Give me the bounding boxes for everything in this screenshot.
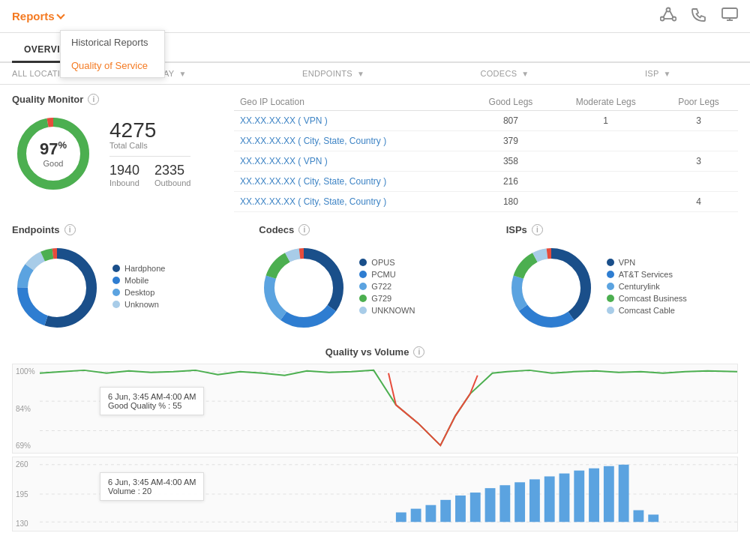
geo-ip-section: Geo IP Location Good Legs Moderate Legs … bbox=[234, 94, 738, 212]
legend-label: VPN bbox=[619, 258, 636, 267]
filter-endpoints-label: ENDPOINTS bbox=[302, 69, 352, 78]
legend-dot bbox=[112, 265, 120, 272]
quality-percentage: 97% bbox=[40, 139, 67, 159]
middle-section: Endpoints i Hardphone bbox=[12, 224, 738, 333]
isps-donut bbox=[506, 243, 596, 333]
phone-icon[interactable] bbox=[692, 7, 706, 25]
endpoints-legend: Hardphone Mobile Desktop Unknown bbox=[112, 264, 165, 312]
legend-item: Centurylink bbox=[607, 282, 687, 291]
inbound-stat: 1940 Inbound bbox=[110, 163, 140, 187]
geo-table: Geo IP Location Good Legs Moderate Legs … bbox=[234, 94, 738, 212]
filter-isp-label: ISP bbox=[645, 69, 659, 78]
quality-chart: 100% 84% 69% 6 Jun, 3:45 AM-4:00 AM bbox=[12, 364, 738, 454]
moderate-legs-cell bbox=[552, 131, 659, 151]
poor-legs-cell: 4 bbox=[659, 192, 738, 212]
filter-codecs-label: CODECS bbox=[480, 69, 517, 78]
svg-line-4 bbox=[670, 11, 674, 18]
legend-label: Centurylink bbox=[619, 282, 660, 291]
good-legs-cell: 807 bbox=[470, 111, 553, 131]
legend-label: PCMU bbox=[371, 270, 395, 279]
chevron-isp-icon: ▼ bbox=[664, 70, 671, 78]
table-row: XX.XX.XX.XX ( VPN ) 807 1 3 bbox=[234, 111, 738, 131]
header-icons bbox=[660, 7, 738, 25]
legend-label: Desktop bbox=[124, 288, 154, 297]
moderate-legs-cell bbox=[552, 172, 659, 192]
moderate-legs-cell bbox=[552, 192, 659, 212]
network-icon[interactable] bbox=[660, 7, 676, 25]
svg-rect-51 bbox=[574, 471, 584, 523]
quality-monitor-info-icon[interactable]: i bbox=[88, 94, 99, 105]
reports-dropdown: Historical Reports Quality of Service bbox=[60, 30, 165, 78]
legend-item: G729 bbox=[359, 294, 415, 303]
geo-location-link[interactable]: XX.XX.XX.XX ( City, State, Country ) bbox=[240, 176, 386, 187]
svg-rect-54 bbox=[619, 465, 629, 522]
codecs-panel: Codecs i OPUS bbox=[259, 224, 490, 333]
legend-item: Mobile bbox=[112, 276, 165, 285]
codecs-info-icon[interactable]: i bbox=[298, 224, 310, 235]
filter-codecs[interactable]: CODECS ▼ bbox=[480, 69, 547, 78]
legend-item: Desktop bbox=[112, 288, 165, 297]
legend-item: Unknown bbox=[112, 300, 165, 309]
legend-dot bbox=[112, 289, 120, 296]
qm-content: 97% Good 4275 Total Calls 1940 Inbound bbox=[12, 112, 222, 195]
legend-dot bbox=[607, 271, 614, 278]
monitor-icon[interactable] bbox=[722, 7, 738, 25]
quality-chart-inner: 6 Jun, 3:45 AM-4:00 AM Good Quality % : … bbox=[40, 364, 737, 453]
historical-reports-item[interactable]: Historical Reports bbox=[61, 31, 164, 54]
geo-location-link[interactable]: XX.XX.XX.XX ( City, State, Country ) bbox=[240, 136, 386, 146]
endpoints-donut-wrap: Hardphone Mobile Desktop Unknown bbox=[12, 243, 244, 333]
qm-stats: 4275 Total Calls 1940 Inbound 2335 Outbo… bbox=[110, 120, 190, 187]
chevron-endpoints-icon: ▼ bbox=[357, 70, 364, 78]
good-legs-cell: 379 bbox=[470, 131, 553, 151]
legend-item: PCMU bbox=[359, 270, 415, 279]
isps-legend: VPN AT&T Services Centurylink Comcast Bu… bbox=[607, 258, 687, 318]
legend-item: UNKNOWN bbox=[359, 306, 415, 315]
svg-rect-50 bbox=[560, 474, 570, 523]
volume-tooltip: 6 Jun, 3:45 AM-4:00 AM Volume : 20 bbox=[100, 472, 204, 501]
svg-rect-41 bbox=[425, 505, 436, 523]
endpoints-info-icon[interactable]: i bbox=[64, 224, 76, 235]
legend-item: Comcast Business bbox=[607, 294, 687, 303]
qv-info-icon[interactable]: i bbox=[413, 346, 424, 358]
table-row: XX.XX.XX.XX ( City, State, Country ) 216 bbox=[234, 172, 738, 192]
volume-y-axis: 260 195 130 bbox=[13, 457, 40, 531]
col-poor-legs: Poor Legs bbox=[659, 94, 738, 111]
quality-of-service-item[interactable]: Quality of Service bbox=[61, 54, 164, 77]
geo-location-link[interactable]: XX.XX.XX.XX ( VPN ) bbox=[240, 156, 328, 166]
geo-location-link[interactable]: XX.XX.XX.XX ( VPN ) bbox=[240, 115, 328, 126]
svg-rect-46 bbox=[500, 485, 510, 522]
isps-info-icon[interactable]: i bbox=[532, 224, 543, 235]
reports-label: Reports bbox=[12, 10, 55, 22]
col-moderate-legs: Moderate Legs bbox=[552, 94, 659, 111]
quality-y-axis: 100% 84% 69% bbox=[13, 364, 40, 453]
legend-label: Comcast Cable bbox=[619, 306, 675, 315]
outbound-stat: 2335 Outbound bbox=[154, 163, 190, 187]
total-calls-label: Total Calls bbox=[110, 141, 190, 150]
qv-title: Quality vs Volume i bbox=[12, 346, 738, 358]
poor-legs-cell: 3 bbox=[659, 151, 738, 172]
donut-center: 97% Good bbox=[40, 139, 67, 168]
divider bbox=[110, 156, 190, 157]
col-geo-location: Geo IP Location bbox=[234, 94, 470, 111]
moderate-legs-cell: 1 bbox=[552, 111, 659, 131]
svg-rect-48 bbox=[530, 479, 540, 522]
geo-location-link[interactable]: XX.XX.XX.XX ( City, State, Country ) bbox=[240, 196, 386, 207]
legend-item: Hardphone bbox=[112, 264, 165, 273]
endpoints-donut bbox=[12, 243, 102, 333]
svg-rect-56 bbox=[648, 514, 658, 522]
quality-vs-volume-section: Quality vs Volume i 100% 84% 69% bbox=[12, 346, 738, 535]
codecs-donut-wrap: OPUS PCMU G722 G729 UNKNOWN bbox=[259, 243, 490, 333]
svg-rect-53 bbox=[604, 466, 614, 522]
good-legs-cell: 180 bbox=[470, 192, 553, 212]
inbound-outbound: 1940 Inbound 2335 Outbound bbox=[110, 163, 190, 187]
filter-isp[interactable]: ISP ▼ bbox=[645, 69, 689, 78]
svg-rect-42 bbox=[440, 500, 451, 522]
legend-label: Hardphone bbox=[124, 264, 165, 273]
reports-button[interactable]: Reports bbox=[12, 10, 64, 22]
legend-label: G722 bbox=[371, 282, 392, 291]
legend-dot bbox=[359, 259, 367, 266]
svg-point-1 bbox=[661, 17, 664, 21]
quality-donut: 97% Good bbox=[12, 112, 94, 195]
moderate-legs-cell bbox=[552, 151, 659, 172]
filter-endpoints[interactable]: ENDPOINTS ▼ bbox=[302, 69, 382, 78]
